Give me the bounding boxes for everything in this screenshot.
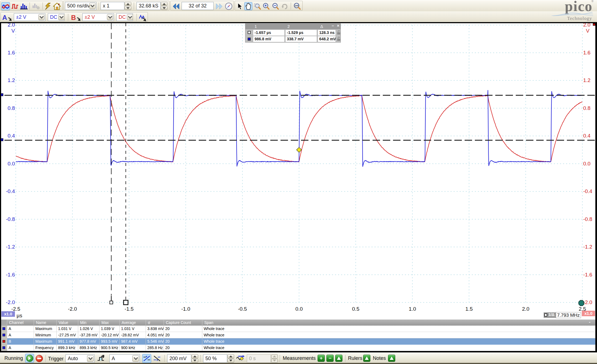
channel-b-coupling-dropdown[interactable] <box>127 14 133 20</box>
spectrum-view-button[interactable] <box>20 2 28 10</box>
channel-a-options-button[interactable]: A <box>2 14 13 22</box>
trigger-level-spinner[interactable] <box>192 354 198 363</box>
measurement-row-a-frequency[interactable]: AFrequency899.3 kHz899.3 kHz900.5 kHz900… <box>1 345 595 351</box>
measurements-table[interactable]: - ChannelNameValueMinMaxAverageσCapture … <box>1 320 595 351</box>
trigger-source-select[interactable]: A <box>109 354 140 363</box>
zoom-selection-tool[interactable] <box>253 2 261 10</box>
notes-button[interactable] <box>388 355 395 362</box>
trigger-source-dropdown[interactable] <box>132 355 139 362</box>
zoom-factor-input[interactable]: x 1 <box>101 2 124 10</box>
pre-trigger-spinner[interactable] <box>227 354 234 363</box>
spin-down-button[interactable] <box>227 359 234 363</box>
column-header-name[interactable]: Name <box>34 320 56 325</box>
stop-capture-button[interactable] <box>35 355 43 363</box>
column-header-σ[interactable]: σ <box>146 320 164 325</box>
table-minimize-button[interactable]: - <box>589 320 590 325</box>
trigger-marker[interactable] <box>297 147 302 152</box>
voltage-ruler2-handle[interactable] <box>1 138 3 141</box>
x-zoom-badge-right[interactable]: x1.0 <box>582 311 595 316</box>
post-trigger-input-disabled[interactable]: 0 s <box>247 354 271 363</box>
channel-b-axis-handle[interactable] <box>593 23 595 26</box>
normal-selection-tool[interactable] <box>236 2 244 10</box>
autosetup-button[interactable] <box>44 2 52 10</box>
measurement-row-a-maximum[interactable]: AMaximum1.031 V1.026 V1.039 V1.031 V3.83… <box>1 326 595 332</box>
row-selector[interactable] <box>1 345 7 351</box>
measurement-row-b-maximum[interactable]: BMaximum991.1 mV977.8 mV993.5 mV987.4 mV… <box>1 338 595 345</box>
zoom-in-tool[interactable] <box>262 2 270 10</box>
previous-buffer-button[interactable] <box>172 2 180 10</box>
falling-edge-trigger-button[interactable] <box>153 354 161 363</box>
add-measurement-button[interactable]: + <box>318 355 325 362</box>
column-header-average[interactable]: Average <box>119 320 146 325</box>
voltage-ruler1-handle[interactable] <box>1 93 3 96</box>
sample-count-input[interactable]: 32.68 kS <box>137 2 161 10</box>
post-trigger-toggle-button[interactable] <box>235 354 245 363</box>
zoom-out-tool[interactable] <box>271 2 279 10</box>
zoom-100-button[interactable]: 100 <box>293 2 301 10</box>
time-ruler2-handle[interactable] <box>124 300 128 305</box>
buffer-position-input[interactable]: 32 of 32 <box>182 2 214 10</box>
ruler-legend-box[interactable]: 1 2 Δ – × -1.657 µs-1.529 µs128.3 ns986.… <box>245 23 341 43</box>
scope-view-button[interactable] <box>1 2 10 10</box>
row-selector[interactable] <box>1 326 7 332</box>
next-buffer-button[interactable] <box>215 2 224 10</box>
channel-a-range-dropdown[interactable] <box>38 14 44 20</box>
sample-count-spinner[interactable] <box>161 2 167 10</box>
trigger-level-input[interactable]: 200 mV <box>167 354 191 363</box>
trigger-mode-dropdown[interactable] <box>87 355 94 362</box>
column-header-span[interactable]: Span <box>202 320 589 325</box>
close-button[interactable]: × <box>337 23 339 28</box>
spin-up-button[interactable] <box>192 354 198 358</box>
persistence-view-button[interactable] <box>11 2 19 10</box>
lock-icon[interactable] <box>337 30 341 35</box>
spin-down-button[interactable] <box>161 6 167 10</box>
rising-edge-trigger-button[interactable] <box>142 354 151 363</box>
spin-down-button[interactable] <box>192 359 198 363</box>
spin-down-button[interactable] <box>271 359 278 363</box>
column-header-value[interactable]: Value <box>56 320 78 325</box>
spin-down-button[interactable] <box>125 6 131 10</box>
scope-graph-area[interactable]: 2.01.61.20.80.40.0-0.4-0.8-1.2-1.6-2.0V … <box>1 23 595 320</box>
column-header-min[interactable]: Min <box>78 320 99 325</box>
spin-up-button[interactable] <box>227 354 234 358</box>
column-header-channel[interactable]: Channel <box>7 320 34 325</box>
spin-up-button[interactable] <box>125 2 131 6</box>
channel-a-coupling-dropdown[interactable] <box>58 14 64 20</box>
undo-zoom-button-disabled[interactable] <box>281 2 289 10</box>
lock-icon[interactable] <box>337 36 341 41</box>
x-zoom-badge-left[interactable]: x1.0 <box>1 311 15 317</box>
time-ruler1-handle[interactable] <box>110 301 113 304</box>
column-header-max[interactable]: Max <box>99 320 119 325</box>
timebase-dropdown-button[interactable] <box>89 3 96 9</box>
timebase-select[interactable]: 500 ns/div <box>65 2 96 10</box>
pre-trigger-input[interactable]: 50 % <box>203 354 227 363</box>
post-trigger-spinner-disabled[interactable] <box>271 354 278 363</box>
zoom-factor-spinner[interactable] <box>125 2 131 10</box>
spin-up-button[interactable] <box>161 2 167 6</box>
row-selector[interactable] <box>1 332 7 338</box>
hand-tool[interactable] <box>244 2 252 10</box>
channel-b-options-button[interactable]: B <box>70 14 82 22</box>
remove-measurement-button[interactable]: − <box>326 355 334 362</box>
measurement-row-a-minimum[interactable]: AMinimum-27.25 mV-37.28 mV-20.12 mV-28.8… <box>1 332 595 338</box>
composite-view-button-disabled[interactable] <box>31 2 41 10</box>
probe-settings-button[interactable] <box>138 14 147 22</box>
trigger-mode-select[interactable]: Auto <box>66 354 95 363</box>
rulers-button[interactable] <box>363 355 370 362</box>
row-selector[interactable] <box>1 338 7 345</box>
previous-buffers-icon <box>172 3 180 10</box>
channel-b-range-select[interactable]: ±2 V <box>82 13 114 21</box>
advanced-trigger-button[interactable] <box>96 354 106 363</box>
channel-a-range-select[interactable]: ±2 V <box>14 13 45 21</box>
home-settings-button[interactable] <box>53 2 61 10</box>
buffer-overview-button[interactable] <box>224 2 233 10</box>
start-capture-button[interactable] <box>25 354 34 363</box>
channel-b-range-dropdown[interactable] <box>107 14 113 20</box>
cell-value: 1.031 V <box>56 326 78 332</box>
rising-edge-icon <box>143 355 150 362</box>
column-header-capture-count[interactable]: Capture Count <box>164 320 202 325</box>
left-axis-tick-label: -2.0 <box>4 300 15 305</box>
spin-up-button[interactable] <box>271 354 278 358</box>
minimize-button[interactable]: – <box>332 23 334 28</box>
measurement-grid-button[interactable] <box>335 355 342 362</box>
